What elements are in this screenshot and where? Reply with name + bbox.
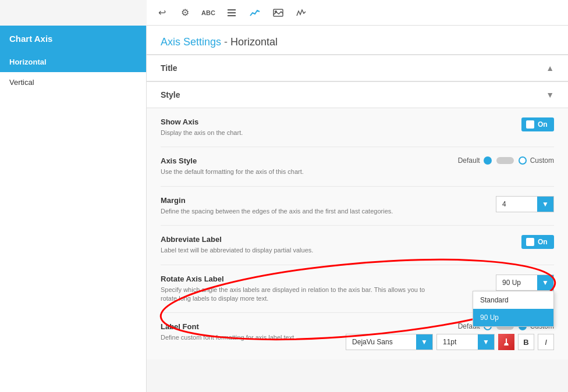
chart-line-icon[interactable]: [247, 5, 263, 21]
abbreviate-label-text: Abbreviate Label Label text will be abbr…: [161, 235, 313, 255]
axis-style-control: Default Custom: [458, 156, 554, 165]
style-section: Style ▼ Show Axis Display the axis on th…: [147, 81, 568, 359]
abbreviate-label-desc: Label text will be abbreviated to displa…: [161, 246, 313, 255]
margin-text: Margin Define the spacing between the ed…: [161, 196, 393, 216]
show-axis-row: Show Axis Display the axis on the chart.…: [161, 108, 554, 147]
rotate-axis-desc: Specify which angle the axis labels are …: [161, 286, 440, 304]
margin-dropdown[interactable]: 4 ▼: [496, 196, 554, 212]
title-section-label: Title: [161, 63, 178, 73]
undo-icon[interactable]: ↩: [154, 5, 170, 21]
font-size-dropdown[interactable]: 11pt ▼: [436, 334, 495, 350]
rotate-axis-dropdown-arrow: ▼: [537, 275, 553, 290]
axis-style-text: Axis Style Use the default formatting fo…: [161, 156, 304, 176]
abbreviate-label-label: Abbreviate Label: [161, 235, 313, 244]
svg-rect-7: [504, 344, 509, 345]
title-section-header[interactable]: Title ▲: [147, 55, 568, 81]
font-family-dropdown[interactable]: DejaVu Sans ▼: [346, 334, 433, 350]
rotate-axis-dropdown[interactable]: 90 Up ▼: [496, 275, 554, 291]
axis-subtitle: Horizontal: [230, 36, 278, 48]
font-family-arrow: ▼: [416, 334, 432, 350]
axis-style-custom-radio[interactable]: [519, 156, 527, 165]
abbreviate-toggle-label: On: [538, 238, 548, 246]
image-icon[interactable]: [270, 5, 286, 21]
margin-row: Margin Define the spacing between the ed…: [161, 187, 554, 226]
settings-icon[interactable]: ⚙: [177, 5, 193, 21]
axis-style-desc: Use the default formatting for the axis …: [161, 168, 304, 176]
abbrev-toggle-square-icon: [526, 238, 534, 246]
content-header: Axis Settings - Horizontal: [147, 26, 568, 55]
label-font-text: Label Font Define custom font formatting…: [161, 322, 296, 342]
chart-wave-icon[interactable]: [293, 5, 310, 21]
rotate-90up-item[interactable]: 90 Up: [473, 309, 553, 326]
axis-style-default-label: Default: [458, 156, 480, 165]
abbreviate-label-control: On: [521, 235, 554, 249]
title-section: Title ▲: [147, 55, 568, 81]
rotate-axis-row: Rotate Axis Label Specify which angle th…: [161, 265, 554, 313]
margin-control: 4 ▼: [496, 196, 554, 212]
axis-style-row: Axis Style Use the default formatting fo…: [161, 147, 554, 186]
show-axis-control: On: [521, 117, 554, 131]
show-axis-text: Show Axis Display the axis on the chart.: [161, 117, 243, 137]
style-chevron-icon: ▼: [546, 90, 554, 99]
header-separator: -: [224, 36, 230, 48]
settings-area: Show Axis Display the axis on the chart.…: [147, 108, 568, 359]
font-color-swatch[interactable]: [498, 334, 514, 350]
rotate-axis-label: Rotate Axis Label: [161, 275, 440, 283]
sidebar-item-vertical[interactable]: Vertical: [0, 72, 146, 92]
abbreviate-label-row: Abbreviate Label Label text will be abbr…: [161, 226, 554, 265]
rotate-axis-control: 90 Up ▼ Standard 90 Up: [496, 275, 554, 291]
settings-content: Show Axis Display the axis on the chart.…: [161, 108, 554, 359]
margin-value: 4: [496, 197, 537, 212]
svg-rect-3: [274, 9, 283, 16]
font-size-arrow: ▼: [478, 334, 494, 350]
show-axis-toggle[interactable]: On: [521, 117, 554, 131]
label-font-desc: Define custom font formatting for axis l…: [161, 333, 296, 342]
show-axis-toggle-label: On: [538, 120, 548, 129]
axis-style-track: [496, 157, 514, 164]
rotate-dropdown-wrapper: 90 Up ▼ Standard 90 Up: [496, 275, 554, 291]
abbreviate-label-toggle[interactable]: On: [521, 235, 554, 249]
toggle-square-icon: [526, 120, 534, 129]
title-chevron-icon: ▲: [546, 63, 554, 73]
sidebar: Chart Axis Horizontal Vertical: [0, 26, 147, 392]
axis-settings-title: Axis Settings: [161, 36, 221, 48]
show-axis-desc: Display the axis on the chart.: [161, 129, 243, 137]
label-font-label: Label Font: [161, 322, 296, 331]
content-area: Axis Settings - Horizontal Title ▲ Style…: [147, 26, 568, 392]
rotate-standard-item[interactable]: Standard: [473, 291, 553, 309]
rotate-axis-value: 90 Up: [496, 275, 537, 290]
style-section-label: Style: [161, 90, 180, 99]
sidebar-header: Chart Axis: [0, 26, 146, 52]
italic-button[interactable]: I: [538, 334, 554, 350]
toolbar: ↩ ⚙ ABC: [147, 0, 568, 26]
show-axis-label: Show Axis: [161, 117, 243, 126]
sidebar-item-horizontal[interactable]: Horizontal: [0, 52, 146, 72]
axis-style-custom-label: Custom: [530, 156, 554, 165]
bold-button[interactable]: B: [518, 334, 534, 350]
rotate-axis-popup: Standard 90 Up: [473, 291, 554, 327]
axis-style-default-radio[interactable]: [484, 156, 492, 165]
axis-style-label: Axis Style: [161, 156, 304, 165]
rotate-axis-text: Rotate Axis Label Specify which angle th…: [161, 275, 440, 304]
margin-dropdown-arrow: ▼: [537, 197, 553, 212]
font-family-value: DejaVu Sans: [346, 334, 416, 350]
main-layout: Chart Axis Horizontal Vertical Axis Sett…: [0, 26, 568, 392]
margin-label: Margin: [161, 196, 393, 205]
margin-desc: Define the spacing between the edges of …: [161, 207, 393, 216]
font-size-value: 11pt: [437, 334, 478, 350]
list-icon[interactable]: [223, 5, 240, 21]
font-controls: DejaVu Sans ▼ 11pt ▼: [346, 334, 554, 350]
text-abc-icon[interactable]: ABC: [200, 5, 216, 21]
style-section-header[interactable]: Style ▼: [147, 81, 568, 108]
